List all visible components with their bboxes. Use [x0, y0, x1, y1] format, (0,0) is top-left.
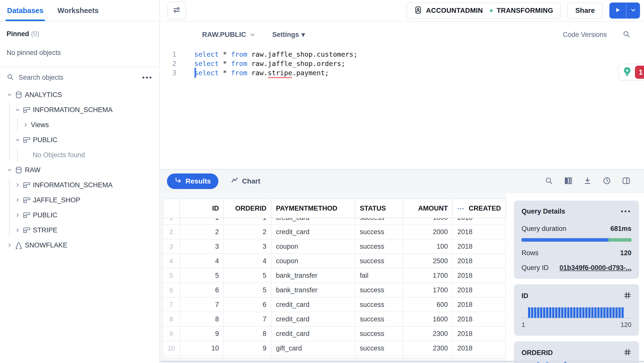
table-cell[interactable]: 3	[180, 239, 224, 254]
columns-icon[interactable]	[564, 176, 572, 186]
sql-editor[interactable]: RAW.PUBLIC Settings ▾ Code Versions 1sel…	[160, 22, 644, 169]
query-id-link[interactable]: 01b349f6-0000-d793-...	[559, 264, 631, 272]
tab-worksheets[interactable]: Worksheets	[57, 0, 99, 21]
table-row[interactable]: 555bank_transferfail17002018	[163, 268, 506, 283]
hash-icon[interactable]	[623, 348, 631, 357]
table-cell[interactable]: success	[355, 341, 403, 355]
tab-databases[interactable]: Databases	[7, 0, 43, 21]
chevron-down-icon[interactable]	[7, 92, 13, 98]
table-cell[interactable]: 5	[224, 283, 271, 297]
row-number-cell[interactable]: 2	[163, 225, 180, 239]
horizontal-scrollbar[interactable]	[161, 361, 644, 362]
table-cell[interactable]: success	[355, 218, 403, 225]
table-cell[interactable]: 1	[180, 218, 224, 225]
table-cell[interactable]: success	[355, 283, 403, 297]
search-results-icon[interactable]	[545, 176, 553, 186]
table-cell[interactable]: 7	[180, 297, 224, 312]
table-cell[interactable]: coupon	[271, 254, 355, 268]
table-cell[interactable]: 1700	[403, 283, 453, 297]
column-options-icon[interactable]: •••	[457, 206, 465, 211]
editor-search-icon[interactable]	[622, 30, 630, 39]
tree-item-snowflake[interactable]: SNOWFLAKE	[0, 238, 159, 253]
table-cell[interactable]: 9	[224, 341, 271, 355]
tree-item-public[interactable]: PUBLIC	[0, 208, 159, 223]
table-cell[interactable]: 4	[180, 254, 224, 268]
table-cell[interactable]: 2018	[453, 225, 506, 239]
sidebar-more-icon[interactable]: •••	[142, 74, 153, 81]
row-number-cell[interactable]: 4	[163, 254, 180, 268]
table-row[interactable]: 665bank_transfersuccess17002018	[163, 283, 506, 297]
table-cell[interactable]: 2018	[453, 312, 506, 326]
column-header-id[interactable]: ID	[180, 199, 224, 218]
table-row[interactable]: 111credit_cardsuccess10002018	[163, 218, 506, 225]
table-cell[interactable]: bank_transfer	[271, 283, 355, 297]
row-number-cell[interactable]: 1	[163, 218, 180, 225]
code-area[interactable]: 1select * from raw.jaffle_shop.customers…	[160, 48, 644, 77]
table-cell[interactable]: 2018	[453, 254, 506, 268]
table-cell[interactable]: 2300	[403, 326, 453, 341]
table-cell[interactable]: 8	[180, 312, 224, 326]
column-header-paymentmethod[interactable]: PAYMENTMETHOD	[271, 199, 355, 218]
query-details-menu-icon[interactable]: •••	[621, 208, 631, 215]
table-row[interactable]: 222credit_cardsuccess20002018	[163, 225, 506, 239]
table-cell[interactable]: 2	[224, 225, 271, 239]
row-number-cell[interactable]: 6	[163, 283, 180, 297]
table-cell[interactable]: coupon	[271, 239, 355, 254]
table-cell[interactable]: 5	[224, 268, 271, 283]
table-cell[interactable]: credit_card	[271, 326, 355, 341]
table-cell[interactable]: 2018	[453, 218, 506, 225]
chevron-right-icon[interactable]	[15, 227, 21, 233]
table-cell[interactable]: 100	[403, 239, 453, 254]
chevron-right-icon[interactable]	[7, 242, 13, 248]
table-cell[interactable]: 1	[224, 218, 271, 225]
chevron-down-icon[interactable]	[15, 107, 21, 113]
table-cell[interactable]: 8	[224, 326, 271, 341]
table-cell[interactable]: 2	[180, 225, 224, 239]
table-cell[interactable]: success	[355, 312, 403, 326]
chevron-right-icon[interactable]	[15, 182, 21, 188]
id-histogram[interactable]	[522, 307, 631, 318]
code-line[interactable]: 1select * from raw.jaffle_shop.customers…	[160, 50, 644, 59]
column-header-created[interactable]: •••CREATED	[453, 199, 506, 218]
table-cell[interactable]: 2000	[403, 225, 453, 239]
table-row[interactable]: 776credit_cardsuccess6002018	[163, 297, 506, 312]
tree-item-views[interactable]: Views	[0, 117, 159, 132]
table-cell[interactable]: 2018	[453, 283, 506, 297]
row-number-cell[interactable]: 3	[163, 239, 180, 254]
table-row[interactable]: 887credit_cardsuccess16002018	[163, 312, 506, 326]
table-cell[interactable]: 1000	[403, 218, 453, 225]
tree-item-information-schema[interactable]: INFORMATION_SCHEMA	[0, 102, 159, 117]
table-cell[interactable]: gift_card	[271, 341, 355, 355]
code-versions-link[interactable]: Code Versions	[563, 31, 607, 39]
table-cell[interactable]: success	[355, 326, 403, 341]
column-header-status[interactable]: STATUS	[355, 199, 403, 218]
chart-tab[interactable]: Chart	[231, 177, 260, 186]
table-cell[interactable]: bank_transfer	[271, 268, 355, 283]
table-cell[interactable]: credit_card	[271, 225, 355, 239]
run-button[interactable]	[609, 3, 626, 19]
table-cell[interactable]: 6	[224, 297, 271, 312]
table-cell[interactable]: credit_card	[271, 312, 355, 326]
tree-item-raw[interactable]: RAW	[0, 162, 159, 177]
column-header-orderid[interactable]: ORDERID	[224, 199, 271, 218]
table-cell[interactable]: credit_card	[271, 218, 355, 225]
table-cell[interactable]: 5	[180, 268, 224, 283]
table-cell[interactable]: 9	[180, 326, 224, 341]
row-number-cell[interactable]: 7	[163, 297, 180, 312]
table-cell[interactable]: 1700	[403, 268, 453, 283]
table-cell[interactable]: 2500	[403, 254, 453, 268]
results-tab[interactable]: Results	[167, 173, 218, 189]
history-icon[interactable]	[603, 176, 611, 186]
table-cell[interactable]: 10	[180, 341, 224, 355]
code-line[interactable]: 2select * from raw.jaffle_shop.orders;	[160, 59, 644, 68]
table-row[interactable]: 998credit_cardsuccess23002018	[163, 326, 506, 341]
share-button[interactable]: Share	[567, 3, 603, 19]
chevron-down-icon[interactable]	[7, 167, 13, 173]
table-cell[interactable]: 2018	[453, 326, 506, 341]
table-cell[interactable]: 1600	[403, 312, 453, 326]
table-cell[interactable]: 2018	[453, 268, 506, 283]
chevron-right-icon[interactable]	[15, 197, 21, 203]
settings-dropdown[interactable]: Settings ▾	[272, 31, 305, 39]
chevron-right-icon[interactable]	[23, 122, 29, 128]
copilot-suggestion-pill[interactable]: 1	[618, 64, 644, 81]
